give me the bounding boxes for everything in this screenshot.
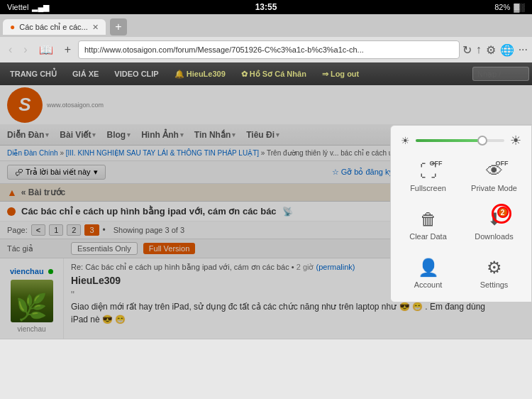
brightness-row: ☀ ☀ (398, 133, 524, 148)
cleardata-label: Clear Data (409, 232, 447, 241)
bookmarks-button[interactable]: 📖 (35, 42, 57, 58)
private-badge: OFF (496, 160, 509, 167)
wifi-icon: ▂▄▆ (32, 3, 49, 12)
status-right: 82% ▓░ (494, 3, 525, 11)
brightness-slider[interactable] (416, 139, 504, 142)
active-tab[interactable]: ● Các bác chỉ e các... ✕ (3, 19, 106, 35)
menu-private[interactable]: 👁 OFF Private Mode (464, 155, 524, 198)
settings-menu-icon: ⚙ (487, 258, 502, 278)
downloads-label: Downloads (475, 232, 513, 241)
close-tab-icon[interactable]: ✕ (92, 23, 99, 32)
brightness-low-icon: ☀ (401, 135, 410, 146)
nav-bar: ‹ › 📖 + http://www.otosaigon.com/forum/M… (0, 37, 532, 62)
back-button[interactable]: ‹ (4, 42, 16, 58)
menu-cleardata[interactable]: 🗑 Clear Data (398, 204, 458, 246)
cleardata-icon: 🗑 (420, 209, 437, 229)
status-bar: Viettel ▂▄▆ 13:55 82% ▓░ (0, 0, 532, 14)
nav-icons: ↻ ↑ ⚙ 🌐 ··· (462, 43, 528, 57)
account-icon: 👤 (418, 258, 439, 278)
carrier-label: Viettel (7, 3, 28, 11)
url-text: http://www.otosaigon.com/forum/Message/7… (84, 45, 364, 54)
menu-account[interactable]: 👤 Account (398, 252, 458, 295)
fullscreen-badge: OFF (430, 160, 443, 167)
downloads-icon: ⬇ 2 (487, 209, 501, 229)
brightness-thumb (477, 136, 487, 146)
brightness-fill (416, 139, 482, 142)
account-label: Account (414, 280, 443, 289)
private-icon: 👁 OFF (486, 161, 503, 181)
menu-settings[interactable]: ⚙ Settings (464, 252, 524, 295)
downloads-badge: 2 (497, 207, 509, 218)
fullscreen-icon: ⛶ OFF (420, 161, 437, 181)
menu-downloads[interactable]: ⬇ 2 Downloads (464, 204, 524, 246)
fullscreen-label: Fullscreen (410, 184, 446, 192)
status-left: Viettel ▂▄▆ (7, 3, 49, 12)
settings-icon[interactable]: ⚙ (486, 43, 496, 57)
menu-grid: ⛶ OFF Fullscreen 👁 OFF Private Mode 🗑 Cl… (398, 155, 524, 295)
tab-bar: ● Các bác chỉ e các... ✕ + (0, 14, 532, 37)
more-icon[interactable]: ··· (519, 43, 528, 56)
popup-menu: ☀ ☀ ⛶ OFF Fullscreen 👁 OFF (390, 125, 532, 302)
private-label: Private Mode (471, 184, 517, 192)
battery-icon: ▓░ (514, 3, 525, 11)
brightness-high-icon: ☀ (510, 133, 521, 148)
new-tab-button[interactable]: + (110, 18, 127, 35)
share-icon[interactable]: ↑ (476, 43, 482, 56)
refresh-icon[interactable]: ↻ (462, 43, 472, 57)
tab-favicon: ● (10, 22, 15, 32)
add-page-button[interactable]: + (60, 42, 75, 58)
status-time: 13:55 (255, 2, 277, 12)
tab-title: Các bác chỉ e các... (19, 23, 88, 32)
settings-label: Settings (480, 280, 509, 289)
forward-button[interactable]: › (19, 42, 31, 58)
battery-label: 82% (494, 3, 510, 11)
extension-icon[interactable]: 🌐 (500, 43, 514, 57)
address-bar[interactable]: http://www.otosaigon.com/forum/Message/7… (78, 40, 460, 59)
menu-fullscreen[interactable]: ⛶ OFF Fullscreen (398, 155, 458, 198)
